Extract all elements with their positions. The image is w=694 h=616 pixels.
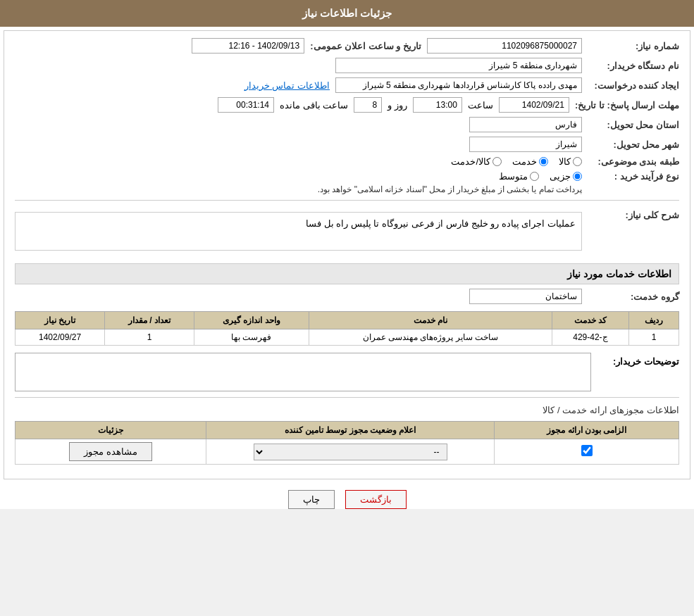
buyer-notes-textarea[interactable] [15, 353, 591, 391]
purchase-type-motavaset-item: متوسط [499, 171, 539, 182]
cell-unit: فهرست بها [194, 329, 309, 346]
announce-datetime-input[interactable] [192, 38, 304, 54]
print-button[interactable]: چاپ [288, 490, 335, 509]
perm-col-status: اعلام وضعیت مجوز توسط تامین کننده [206, 422, 495, 439]
perm-col-required: الزامی بودن ارائه مجوز [495, 422, 679, 439]
divider-2 [15, 397, 679, 398]
perm-col-details: جزئیات [16, 422, 206, 439]
perm-required-checkbox[interactable] [581, 445, 593, 456]
service-group-input[interactable] [469, 289, 582, 304]
perm-status-select[interactable]: -- [254, 444, 447, 460]
category-kala-khedmat-radio[interactable] [492, 157, 502, 166]
response-time-label: ساعت [468, 100, 493, 111]
response-remaining-input[interactable] [218, 97, 274, 113]
general-desc-value: عملیات اجرای پیاده رو خلیج فارس از فرعی … [306, 218, 576, 229]
province-input[interactable] [469, 117, 582, 132]
perm-required-cell [495, 439, 679, 465]
page-container: جزئیات اطلاعات نیاز شماره نیاز: تاریخ و … [0, 0, 694, 509]
service-group-label: گروه خدمت: [588, 291, 679, 302]
table-row: 1 ج-42-429 ساخت سایر پروژه‌های مهندسی عم… [16, 329, 679, 346]
creator-contact-link[interactable]: اطلاعات تماس خریدار [244, 80, 330, 91]
city-row: شهر محل تحویل: [15, 137, 679, 152]
buyer-name-row: نام دستگاه خریدار: [15, 58, 679, 73]
general-desc-box: عملیات اجرای پیاده رو خلیج فارس از فرعی … [15, 212, 582, 251]
cell-qty: 1 [105, 329, 194, 346]
response-days-label: روز و [388, 100, 407, 111]
purchase-type-radio-group: جزیی متوسط [15, 171, 582, 182]
purchase-type-motavaset-label: متوسط [499, 171, 528, 182]
creator-label: ایجاد کننده درخواست: [588, 80, 679, 91]
need-number-input[interactable] [427, 38, 582, 54]
perm-table-row: -- مشاهده مجوز [16, 439, 679, 465]
purchase-type-jozyi-label: جزیی [550, 171, 571, 182]
response-remaining-label: ساعت باقی مانده [280, 100, 348, 111]
cell-row: 1 [629, 329, 679, 346]
response-deadline-label: مهلت ارسال پاسخ: تا تاریخ: [575, 100, 679, 111]
col-unit: واحد اندازه گیری [194, 312, 309, 329]
col-row: ردیف [629, 312, 679, 329]
creator-row: ایجاد کننده درخواست: اطلاعات تماس خریدار [15, 77, 679, 93]
perm-status-cell: -- [206, 439, 495, 465]
purchase-type-jozyi-item: جزیی [550, 171, 582, 182]
buyer-name-input[interactable] [335, 58, 582, 73]
purchase-type-motavaset-radio[interactable] [530, 172, 539, 181]
buyer-notes-section: توضیحات خریدار: [15, 353, 679, 391]
col-name: نام خدمت [309, 312, 552, 329]
col-qty: تعداد / مقدار [105, 312, 194, 329]
category-row: طبقه بندی موضوعی: کالا خدمت کالا/خدمت [15, 156, 679, 167]
purchase-type-label: نوع فرآیند خرید : [588, 171, 679, 182]
buyer-notes-label: توضیحات خریدار: [595, 353, 679, 367]
purchase-type-row: نوع فرآیند خرید : جزیی متوسط پرداخت تمام… [15, 171, 679, 194]
category-khedmat-radio[interactable] [539, 157, 548, 166]
response-days-input[interactable] [354, 97, 382, 113]
category-kala-khedmat-label: کالا/خدمت [451, 156, 490, 167]
perm-details-cell: مشاهده مجوز [16, 439, 206, 465]
city-label: شهر محل تحویل: [588, 139, 679, 150]
response-deadline-row: مهلت ارسال پاسخ: تا تاریخ: ساعت روز و سا… [15, 97, 679, 113]
city-input[interactable] [469, 137, 582, 152]
divider-1 [15, 200, 679, 201]
general-desc-row: شرح کلی نیاز: عملیات اجرای پیاده رو خلیج… [15, 206, 679, 256]
purchase-type-description: پرداخت تمام یا بخشی از مبلغ خریدار از مح… [15, 184, 582, 194]
category-label: طبقه بندی موضوعی: [588, 156, 679, 167]
main-content: شماره نیاز: تاریخ و ساعت اعلان عمومی: نا… [4, 30, 690, 479]
response-time-input[interactable] [413, 97, 462, 113]
category-kala-khedmat-item: کالا/خدمت [451, 156, 502, 167]
creator-input[interactable] [335, 77, 582, 93]
category-khedmat-label: خدمت [512, 156, 537, 167]
services-section-title: اطلاعات خدمات مورد نیاز [15, 263, 679, 284]
service-group-row: گروه خدمت: [15, 289, 679, 304]
announce-datetime-label: تاریخ و ساعت اعلان عمومی: [310, 41, 421, 51]
general-desc-label: شرح کلی نیاز: [588, 206, 679, 220]
col-code: کد خدمت [552, 312, 628, 329]
purchase-type-content: جزیی متوسط پرداخت تمام یا بخشی از مبلغ خ… [15, 171, 582, 194]
back-button[interactable]: بازگشت [345, 490, 407, 509]
services-table: ردیف کد خدمت نام خدمت واحد اندازه گیری ت… [15, 311, 679, 346]
category-radio-group: کالا خدمت کالا/خدمت [451, 156, 582, 167]
purchase-type-jozyi-radio[interactable] [573, 172, 582, 181]
category-kala-radio[interactable] [573, 157, 582, 166]
category-khedmat-item: خدمت [512, 156, 548, 167]
buyer-name-label: نام دستگاه خریدار: [588, 61, 679, 71]
cell-date: 1402/09/27 [16, 329, 105, 346]
page-title: جزئیات اطلاعات نیاز [0, 0, 694, 27]
permissions-section: اطلاعات مجوزهای ارائه خدمت / کالا الزامی… [15, 405, 679, 465]
need-number-label: شماره نیاز: [588, 41, 679, 51]
col-date: تاریخ نیاز [16, 312, 105, 329]
permissions-title: اطلاعات مجوزهای ارائه خدمت / کالا [15, 405, 679, 415]
province-label: استان محل تحویل: [588, 120, 679, 130]
cell-name: ساخت سایر پروژه‌های مهندسی عمران [309, 329, 552, 346]
cell-code: ج-42-429 [552, 329, 628, 346]
category-kala-item: کالا [559, 156, 582, 167]
response-date-input[interactable] [499, 97, 569, 113]
need-number-row: شماره نیاز: تاریخ و ساعت اعلان عمومی: [15, 38, 679, 54]
button-row: بازگشت چاپ [0, 490, 694, 509]
permissions-table: الزامی بودن ارائه مجوز اعلام وضعیت مجوز … [15, 421, 679, 465]
province-row: استان محل تحویل: [15, 117, 679, 132]
category-kala-label: کالا [559, 156, 571, 167]
services-table-section: ردیف کد خدمت نام خدمت واحد اندازه گیری ت… [15, 311, 679, 346]
view-permit-button[interactable]: مشاهده مجوز [69, 442, 152, 461]
